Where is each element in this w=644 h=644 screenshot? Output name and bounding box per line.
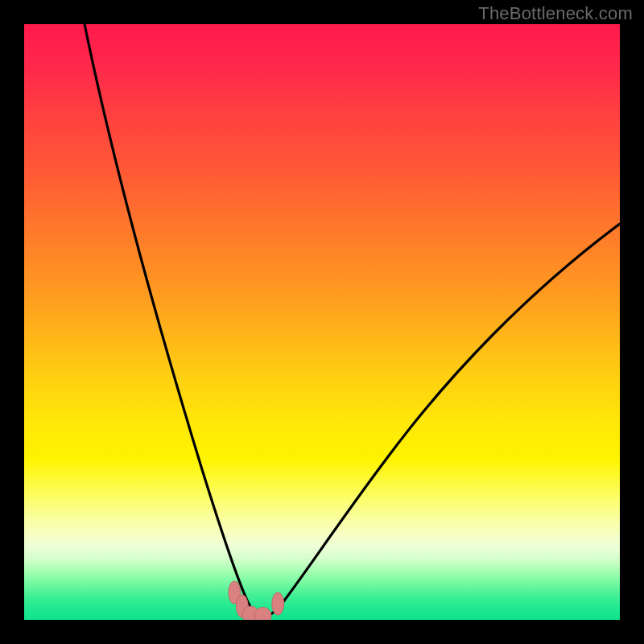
- marker-layer: [229, 581, 284, 620]
- curve-svg: [24, 24, 620, 620]
- left-curve: [85, 24, 262, 617]
- data-marker: [254, 607, 271, 620]
- data-marker: [272, 592, 284, 615]
- chart-frame: TheBottleneck.com: [0, 0, 644, 644]
- plot-area: [24, 24, 620, 620]
- curve-group: [85, 24, 620, 617]
- right-curve: [262, 224, 620, 617]
- watermark-text: TheBottleneck.com: [478, 3, 633, 24]
